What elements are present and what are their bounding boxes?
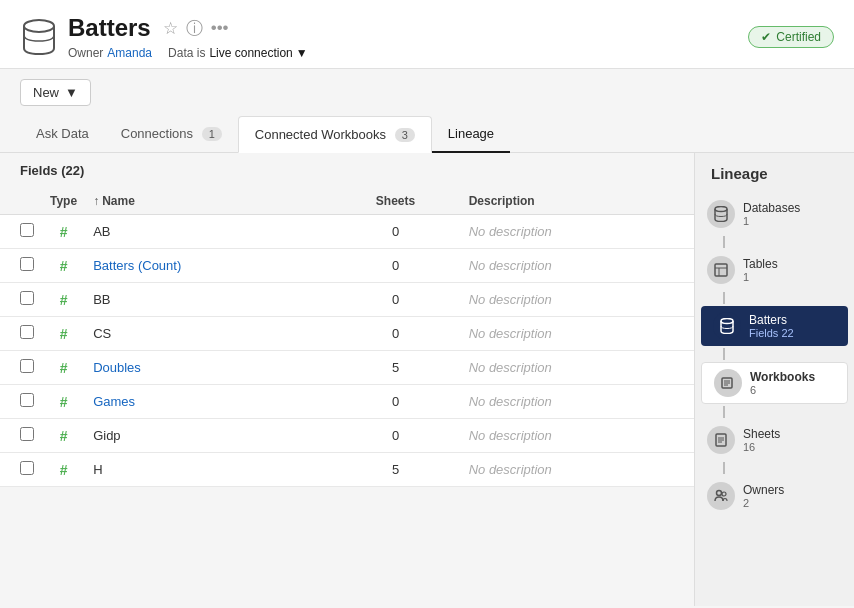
row-checkbox-cell[interactable] <box>0 419 42 453</box>
table-header-row: Type ↑Name Sheets Description <box>0 188 694 215</box>
svg-point-14 <box>717 491 722 496</box>
field-description: No description <box>461 453 694 487</box>
lineage-node-tables[interactable]: Tables 1 <box>695 250 854 290</box>
row-checkbox[interactable] <box>20 359 34 373</box>
svg-point-15 <box>722 492 726 496</box>
lineage-node-icon <box>707 200 735 228</box>
field-sheets: 5 <box>330 351 460 385</box>
lineage-node-text: Workbooks 6 <box>750 370 815 396</box>
row-checkbox[interactable] <box>20 223 34 237</box>
tab-lineage[interactable]: Lineage <box>432 116 510 153</box>
live-connection-dropdown[interactable]: Live connection ▼ <box>209 46 307 60</box>
lineage-node-workbooks[interactable]: Workbooks 6 <box>701 362 848 404</box>
lineage-sidebar: Lineage Databases 1 Tables 1 Bat <box>694 153 854 606</box>
row-checkbox[interactable] <box>20 461 34 475</box>
row-checkbox-cell[interactable] <box>0 249 42 283</box>
lineage-node-owners[interactable]: Owners 2 <box>695 476 854 516</box>
table-row: # H 5 No description <box>0 453 694 487</box>
field-name[interactable]: Batters (Count) <box>85 249 330 283</box>
col-header-type: Type <box>42 188 85 215</box>
certified-badge: ✔ Certified <box>748 26 834 48</box>
lineage-node-text: Tables 1 <box>743 257 778 283</box>
toolbar: New ▼ <box>0 69 854 116</box>
dropdown-arrow: ▼ <box>296 46 308 60</box>
row-checkbox-cell[interactable] <box>0 351 42 385</box>
field-name[interactable]: CS <box>85 317 330 351</box>
lineage-node-text: Batters Fields 22 <box>749 313 794 339</box>
fields-table-container[interactable]: Type ↑Name Sheets Description <box>0 188 694 601</box>
field-sheets: 0 <box>330 249 460 283</box>
lineage-node-count: 2 <box>743 497 749 509</box>
lineage-node-batters[interactable]: Batters Fields 22 <box>701 306 848 346</box>
field-sheets: 5 <box>330 453 460 487</box>
field-name[interactable]: BB <box>85 283 330 317</box>
field-type: # <box>42 351 85 385</box>
owner-meta: Owner Amanda <box>68 46 152 60</box>
svg-point-0 <box>24 20 54 32</box>
table-row: # Games 0 No description <box>0 385 694 419</box>
field-description: No description <box>461 249 694 283</box>
field-sheets: 0 <box>330 283 460 317</box>
connected-workbooks-badge: 3 <box>395 128 415 142</box>
table-row: # BB 0 No description <box>0 283 694 317</box>
lineage-node-label: Owners <box>743 483 784 497</box>
svg-rect-2 <box>715 264 727 276</box>
col-header-sheets: Sheets <box>330 188 460 215</box>
lineage-node-label: Databases <box>743 201 800 215</box>
lineage-node-icon <box>707 482 735 510</box>
field-description: No description <box>461 385 694 419</box>
field-type: # <box>42 249 85 283</box>
tab-connected-workbooks[interactable]: Connected Workbooks 3 <box>238 116 432 153</box>
row-checkbox-cell[interactable] <box>0 385 42 419</box>
field-name[interactable]: Gidp <box>85 419 330 453</box>
star-icon[interactable]: ☆ <box>163 18 178 39</box>
field-name[interactable]: H <box>85 453 330 487</box>
page-title: Batters <box>68 14 151 42</box>
field-type: # <box>42 317 85 351</box>
lineage-node-text: Databases 1 <box>743 201 800 227</box>
info-icon[interactable]: ⓘ <box>186 17 203 40</box>
field-name[interactable]: Games <box>85 385 330 419</box>
field-name[interactable]: AB <box>85 215 330 249</box>
lineage-node-count: 1 <box>743 271 749 283</box>
lineage-node-label: Sheets <box>743 427 780 441</box>
table-row: # AB 0 No description <box>0 215 694 249</box>
lineage-node-icon <box>707 426 735 454</box>
row-checkbox[interactable] <box>20 427 34 441</box>
field-description: No description <box>461 283 694 317</box>
field-type: # <box>42 215 85 249</box>
field-sheets: 0 <box>330 317 460 351</box>
connections-badge: 1 <box>202 127 222 141</box>
field-name[interactable]: Doubles <box>85 351 330 385</box>
lineage-node-databases[interactable]: Databases 1 <box>695 194 854 234</box>
lineage-node-label: Tables <box>743 257 778 271</box>
col-header-name[interactable]: ↑Name <box>85 188 330 215</box>
tab-ask-data[interactable]: Ask Data <box>20 116 105 153</box>
lineage-node-sheets[interactable]: Sheets 16 <box>695 420 854 460</box>
data-meta: Data is Live connection ▼ <box>168 46 308 60</box>
row-checkbox[interactable] <box>20 257 34 271</box>
row-checkbox[interactable] <box>20 393 34 407</box>
page-icon <box>20 18 58 56</box>
lineage-connector-line <box>723 236 725 248</box>
table-row: # Gidp 0 No description <box>0 419 694 453</box>
owner-value[interactable]: Amanda <box>107 46 152 60</box>
row-checkbox[interactable] <box>20 325 34 339</box>
row-checkbox-cell[interactable] <box>0 453 42 487</box>
field-sheets: 0 <box>330 385 460 419</box>
lineage-node-icon <box>713 312 741 340</box>
more-icon[interactable]: ••• <box>211 18 229 38</box>
lineage-connector-line <box>723 462 725 474</box>
new-button[interactable]: New ▼ <box>20 79 91 106</box>
lineage-node-text: Sheets 16 <box>743 427 780 453</box>
lineage-node-count: 1 <box>743 215 749 227</box>
row-checkbox[interactable] <box>20 291 34 305</box>
lineage-node-count: 6 <box>750 384 756 396</box>
row-checkbox-cell[interactable] <box>0 317 42 351</box>
lineage-node-label: Batters <box>749 313 787 327</box>
row-checkbox-cell[interactable] <box>0 283 42 317</box>
row-checkbox-cell[interactable] <box>0 215 42 249</box>
fields-header: Fields (22) <box>0 153 694 188</box>
tab-connections[interactable]: Connections 1 <box>105 116 238 153</box>
lineage-connector-line <box>723 406 725 418</box>
